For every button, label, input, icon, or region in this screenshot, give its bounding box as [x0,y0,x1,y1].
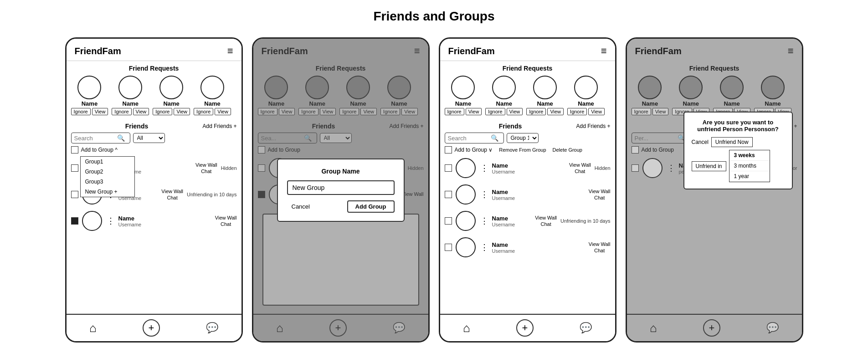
friend-username: Username [118,222,142,227]
group-dropdown-item[interactable]: Group1 [81,157,134,167]
unfriend-cancel-button[interactable]: Cancel [692,139,709,145]
ignore-button[interactable]: Ignore [567,108,587,115]
chat-nav-icon[interactable]: 💬 [206,322,218,334]
more-options-icon[interactable]: ⋮ [480,216,488,226]
view-wall-button[interactable]: View Wall [161,189,183,194]
more-options-icon[interactable]: ⋮ [480,242,488,252]
view-wall-button[interactable]: View Wall [535,215,557,220]
ignore-button[interactable]: Ignore [71,108,91,115]
chat-button[interactable]: Chat [195,169,217,174]
avatar [200,76,224,99]
avatar [456,184,476,205]
add-icon[interactable]: + [516,319,534,337]
add-friends-button[interactable]: Add Friends + [202,123,236,129]
friend-list-item: ⋮NameUsernameView WallChat [445,235,611,259]
modal-cancel-button[interactable]: Cancel [287,200,314,213]
add-friends-button[interactable]: Add Friends + [576,123,610,129]
friend-checkbox[interactable] [71,217,78,225]
friend-request-actions: IgnoreView [526,108,564,115]
hamburger-icon[interactable]: ≡ [601,45,607,57]
friends-section: FriendsAdd Friends +🔍Group 1AllAdd to Gr… [440,119,615,314]
more-options-icon[interactable]: ⋮ [107,216,115,226]
chat-button[interactable]: Chat [589,248,611,253]
friend-checkbox[interactable] [71,164,78,172]
modal-add-button[interactable]: Add Group [347,200,395,213]
friend-request-name: Name [163,100,179,107]
group-dropdown-item[interactable]: New Group + [81,187,134,197]
friend-actions: View WallChat [195,162,217,174]
add-group-modal: Group NameCancelAdd Group [277,158,405,222]
add-to-group-label[interactable]: Add to Group ∨ [455,147,493,153]
friend-name: Name [492,215,515,222]
friend-name: Name [492,241,515,248]
ignore-button[interactable]: Ignore [485,108,505,115]
unfriend-dropdown-option[interactable]: 3 months [729,161,770,171]
bottom-nav: ⌂+💬 [440,314,615,341]
more-options-icon[interactable]: ⋮ [480,163,488,173]
home-icon[interactable]: ⌂ [463,321,470,335]
add-to-group-row: Add to Group ^Group1Group2Group3New Grou… [71,146,237,153]
group-dropdown-item[interactable]: Group3 [81,177,134,187]
friend-request-actions: IgnoreView [153,108,190,115]
ignore-button[interactable]: Ignore [194,108,213,115]
friend-checkbox[interactable] [445,244,452,251]
friend-requests-section: Friend RequestsNameIgnoreViewNameIgnoreV… [440,61,615,119]
add-to-group-checkbox[interactable] [71,146,78,153]
chat-button[interactable]: Chat [535,221,557,227]
friend-request-name: Name [455,100,471,107]
view-button[interactable]: View [466,108,482,115]
view-wall-button[interactable]: View Wall [569,162,591,168]
ignore-button[interactable]: Ignore [526,108,546,115]
friend-checkbox[interactable] [445,217,452,225]
view-button[interactable]: View [133,108,149,115]
hamburger-icon[interactable]: ≡ [227,45,233,57]
unfriend-now-button[interactable]: Unfriend Now [711,137,753,147]
friend-request-actions: IgnoreView [485,108,523,115]
phone-screen-1: FriendFam≡Friend RequestsNameIgnoreViewN… [65,37,243,343]
filter-select[interactable]: AllGroup1Group2Group3 [133,133,165,143]
unfriend-dropdown-option[interactable]: 1 year [729,171,770,182]
friend-request-item-1: NameIgnoreView [112,76,149,115]
view-wall-button[interactable]: View Wall [215,215,237,220]
ignore-button[interactable]: Ignore [112,108,131,115]
unfriend-dropdown-option[interactable]: 3 weeks [729,150,770,161]
view-button[interactable]: View [588,108,605,115]
search-row: 🔍AllGroup1Group2Group3 [71,133,237,143]
ignore-button[interactable]: Ignore [153,108,172,115]
remove-from-group-button[interactable]: Remove From Group [499,147,546,153]
search-input[interactable] [74,135,115,142]
add-icon[interactable]: + [143,319,160,337]
friend-checkbox[interactable] [445,191,452,198]
filter-select[interactable]: Group 1All [507,133,539,143]
friend-checkbox[interactable] [445,164,452,172]
view-wall-button[interactable]: View Wall [589,241,611,247]
add-to-group-label[interactable]: Add to Group ^ [81,147,118,153]
view-button[interactable]: View [547,108,564,115]
chat-nav-icon[interactable]: 💬 [580,322,592,334]
view-wall-button[interactable]: View Wall [195,162,217,168]
view-button[interactable]: View [174,108,190,115]
view-button[interactable]: View [215,108,231,115]
friend-list-item: ⋮NameUsernameView WallChatHidden [445,156,611,180]
avatar [451,76,475,99]
avatar [456,211,476,231]
app-name: FriendFam [75,46,121,56]
home-icon[interactable]: ⌂ [89,321,97,335]
chat-button[interactable]: Chat [589,195,611,200]
ignore-button[interactable]: Ignore [445,108,464,115]
more-options-icon[interactable]: ⋮ [480,189,488,199]
view-button[interactable]: View [92,108,108,115]
group-dropdown-item[interactable]: Group2 [81,167,134,177]
search-input[interactable] [448,135,489,142]
group-name-input[interactable] [287,180,395,195]
chat-button[interactable]: Chat [215,221,237,227]
friends-header: FriendsAdd Friends + [71,123,237,130]
friend-checkbox[interactable] [71,191,78,198]
unfriend-in-button[interactable]: Unfriend in [692,161,726,171]
view-wall-button[interactable]: View Wall [589,189,611,194]
view-button[interactable]: View [507,108,523,115]
delete-group-button[interactable]: Delete Group [553,147,582,153]
add-to-group-checkbox[interactable] [445,146,452,153]
chat-button[interactable]: Chat [161,195,183,200]
chat-button[interactable]: Chat [569,169,591,174]
